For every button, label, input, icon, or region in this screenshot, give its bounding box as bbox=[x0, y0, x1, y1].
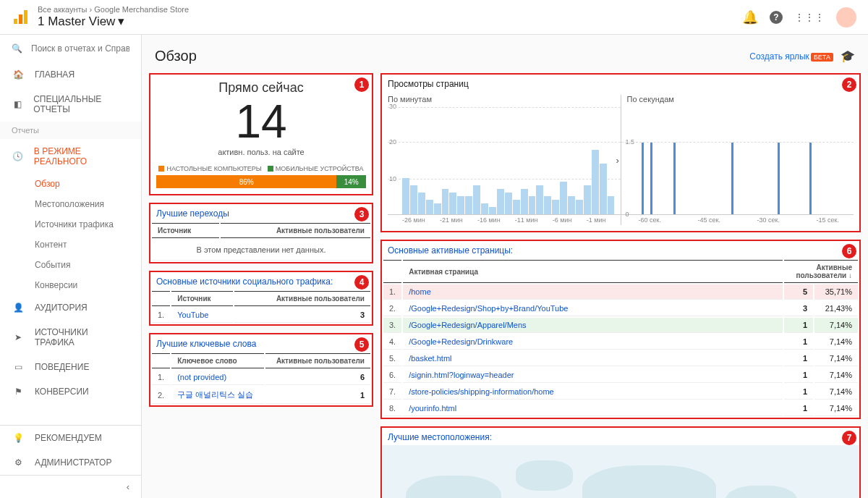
panel-keywords: 5 Лучшие ключевые слова Ключевое словоАк… bbox=[149, 333, 373, 407]
nav-realtime[interactable]: 🕓В РЕЖИМЕ РЕАЛЬНОГО bbox=[0, 139, 141, 174]
annotation-badge: 3 bbox=[354, 207, 369, 221]
nav-behavior[interactable]: ▭ПОВЕДЕНИЕ bbox=[0, 355, 141, 379]
apps-icon[interactable]: ⋮⋮⋮ bbox=[794, 12, 825, 23]
annotation-badge: 4 bbox=[354, 275, 369, 290]
acquisition-icon: ➤ bbox=[12, 332, 25, 342]
nav-reports-label: Отчеты bbox=[0, 122, 141, 139]
legend-desktop: НАСТОЛЬНЫЕ КОМПЬЮТЕРЫ bbox=[158, 165, 261, 172]
table-row[interactable]: 1.(not provided)6 bbox=[152, 370, 370, 385]
annotation-badge: 7 bbox=[842, 431, 856, 445]
chevron-right-icon[interactable]: › bbox=[616, 155, 619, 166]
nav-sub-4[interactable]: События bbox=[0, 255, 141, 275]
table-row[interactable]: 1./home535,71% bbox=[383, 284, 858, 300]
table-row[interactable]: 2.구글 애널리틱스 실습1 bbox=[152, 387, 370, 404]
panel-locations: 7 Лучшие местоположения: bbox=[380, 426, 861, 498]
svg-rect-1 bbox=[19, 14, 22, 24]
chevron-down-icon: ▾ bbox=[118, 14, 124, 29]
table-row[interactable]: 6./signin.html?loginway=header17,14% bbox=[383, 368, 858, 383]
home-icon: 🏠 bbox=[12, 69, 25, 80]
table-row[interactable]: 3./Google+Redesign/Apparel/Mens17,14% bbox=[383, 318, 858, 333]
active-pages-table: Активная страницаАктивные пользователи ↓… bbox=[382, 258, 859, 418]
breadcrumb[interactable]: Все аккаунты › Google Merchandise Store bbox=[38, 5, 742, 14]
table-row[interactable]: 5./basket.html17,14% bbox=[383, 351, 858, 366]
collapse-sidebar[interactable]: ‹ bbox=[0, 475, 141, 498]
sidebar: 🔍 Поиск в отчетах и Справке 🏠ГЛАВНАЯ ◧СП… bbox=[0, 35, 142, 498]
annotation-badge: 1 bbox=[354, 77, 369, 92]
nav-acquisition[interactable]: ➤ИСТОЧНИКИ ТРАФИКА bbox=[0, 320, 141, 355]
svg-rect-0 bbox=[14, 19, 17, 24]
behavior-icon: ▭ bbox=[12, 362, 25, 372]
svg-rect-2 bbox=[24, 10, 27, 24]
main-content: Обзор Создать ярлыкБЕТА 🎓 1 Прямо сейчас… bbox=[142, 35, 868, 498]
bulb-icon: 💡 bbox=[12, 433, 25, 443]
ga-logo-icon bbox=[12, 9, 29, 26]
panel-pageviews-chart: 2 Просмотры страниц По минутам 30 20 10 bbox=[380, 73, 861, 232]
nav-admin[interactable]: ⚙АДМИНИСТРАТОР bbox=[0, 450, 141, 475]
app-header: Все аккаунты › Google Merchandise Store … bbox=[0, 0, 868, 35]
create-shortcut-link[interactable]: Создать ярлыкБЕТА bbox=[749, 51, 833, 62]
user-avatar[interactable] bbox=[836, 7, 856, 28]
table-row[interactable]: 8./yourinfo.html17,14% bbox=[383, 401, 858, 416]
table-row[interactable]: 7./store-policies/shipping-information/h… bbox=[383, 384, 858, 400]
nav-sub-1[interactable]: Местоположения bbox=[0, 194, 141, 214]
nav-home[interactable]: 🏠ГЛАВНАЯ bbox=[0, 62, 141, 87]
flag-icon: ⚑ bbox=[12, 387, 25, 397]
social-table: ИсточникАктивные пользователи 1.YouTube3 bbox=[150, 290, 372, 324]
panel-realtime-counter: 1 Прямо сейчас 14 активн. польз. на сайт… bbox=[149, 73, 373, 195]
nav-sub-5[interactable]: Конверсии bbox=[0, 275, 141, 295]
chart-per-second: › По секундам 1.5 0 -60 сек.-45 сек.-30 … bbox=[621, 95, 854, 225]
help-icon[interactable]: ? bbox=[770, 11, 783, 24]
view-selector[interactable]: 1 Master View ▾ bbox=[38, 14, 742, 29]
panel-social: 4 Основные источники социального трафика… bbox=[149, 271, 373, 326]
notifications-icon[interactable]: 🔔 bbox=[742, 9, 758, 25]
world-map[interactable] bbox=[382, 445, 859, 498]
legend-mobile: МОБИЛЬНЫЕ УСТРОЙСТВА bbox=[268, 165, 364, 172]
realtime-label: активн. польз. на сайте bbox=[156, 148, 366, 156]
nav-conversions[interactable]: ⚑КОНВЕРСИИ bbox=[0, 379, 141, 404]
nav-audience[interactable]: 👤АУДИТОРИЯ bbox=[0, 295, 141, 320]
nav-sub-2[interactable]: Источники трафика bbox=[0, 214, 141, 235]
nav-custom[interactable]: ◧СПЕЦИАЛЬНЫЕ ОТЧЕТЫ bbox=[0, 87, 141, 122]
annotation-badge: 2 bbox=[842, 77, 856, 92]
realtime-title: Прямо сейчас bbox=[156, 80, 366, 96]
annotation-badge: 5 bbox=[354, 337, 369, 352]
chevron-left-icon: ‹ bbox=[127, 481, 129, 492]
referrals-table: ИсточникАктивные пользователи В этом пре… bbox=[150, 221, 372, 262]
chart-per-minute: По минутам 30 20 10 -26 мин-21 мин-16 ми… bbox=[388, 95, 621, 225]
nav-sub-0[interactable]: Обзор bbox=[0, 174, 141, 194]
panel-referrals: 3 Лучшие переходы ИсточникАктивные польз… bbox=[149, 203, 373, 263]
nav-discover[interactable]: 💡РЕКОМЕНДУЕМ bbox=[0, 426, 141, 450]
gear-icon: ⚙ bbox=[12, 457, 25, 468]
table-row[interactable]: 4./Google+Redesign/Drinkware17,14% bbox=[383, 334, 858, 350]
keywords-table: Ключевое словоАктивные пользователи 1.(n… bbox=[150, 352, 372, 405]
table-row[interactable]: 2./Google+Redesign/Shop+by+Brand/YouTube… bbox=[383, 301, 858, 316]
panel-active-pages: 6 Основные активные страницы: Активная с… bbox=[380, 240, 861, 419]
search-icon: 🔍 bbox=[12, 43, 22, 54]
grad-cap-icon[interactable]: 🎓 bbox=[841, 49, 855, 63]
table-row[interactable]: 1.YouTube3 bbox=[152, 308, 370, 323]
device-breakdown-bar: 86% 14% bbox=[156, 175, 366, 188]
dashboard-icon: ◧ bbox=[12, 99, 23, 109]
clock-icon: 🕓 bbox=[12, 151, 24, 161]
nav-sub-3[interactable]: Контент bbox=[0, 235, 141, 255]
realtime-count: 14 bbox=[156, 98, 366, 145]
page-title: Обзор bbox=[155, 48, 749, 64]
annotation-badge: 6 bbox=[842, 244, 856, 258]
search-input[interactable]: 🔍 Поиск в отчетах и Справке bbox=[0, 35, 141, 62]
person-icon: 👤 bbox=[12, 303, 25, 313]
